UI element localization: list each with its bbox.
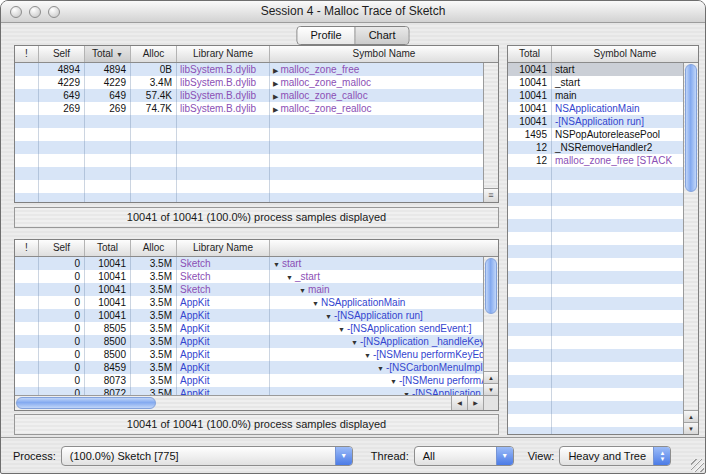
table-row[interactable]: 085053.5MAppKit▼-[NSApplication sendEven…: [15, 322, 483, 335]
cell-self: 0: [39, 270, 85, 283]
cell-symbol: [270, 141, 483, 154]
cell-self: 0: [39, 361, 85, 374]
table-row[interactable]: 084593.5MAppKit▼-[NSCarbonMenuImpl perfo…: [15, 361, 483, 374]
empty-row: [15, 193, 483, 202]
column-header-self[interactable]: Self: [39, 46, 85, 62]
cell-alloc: 3.5M: [131, 309, 177, 322]
top-vertical-scrollbar[interactable]: ≡: [483, 63, 498, 202]
cell-total: [508, 323, 552, 336]
cell-alloc: 3.5M: [131, 322, 177, 335]
scroll-left-button[interactable]: ◀: [451, 396, 467, 410]
scroll-thumb[interactable]: [16, 397, 156, 409]
cell-symbol: NSPopAutoreleasePool: [552, 128, 683, 141]
column-header-library[interactable]: Library Name: [177, 46, 270, 62]
table-row[interactable]: 12malloc_zone_free [STACK: [508, 154, 683, 167]
scroll-right-button[interactable]: ▶: [467, 396, 483, 410]
cell-library: [177, 180, 270, 193]
empty-row: [508, 401, 683, 414]
scroll-up-button[interactable]: ▲: [684, 410, 698, 422]
column-header-total[interactable]: Total▼: [85, 46, 131, 62]
cell-library: AppKit: [177, 387, 270, 395]
table-row[interactable]: 10041NSApplicationMain: [508, 102, 683, 115]
cell-symbol: [270, 128, 483, 141]
scroll-down-button[interactable]: ▼: [484, 383, 498, 395]
column-header-alloc[interactable]: Alloc: [131, 240, 177, 256]
column-header-self[interactable]: Self: [39, 240, 85, 256]
empty-row: [508, 284, 683, 297]
table-row[interactable]: 0100413.5MAppKit▼-[NSApplication run]: [15, 309, 483, 322]
table-row[interactable]: 0100413.5MSketch▼_start: [15, 270, 483, 283]
tab-chart[interactable]: Chart: [355, 27, 409, 44]
empty-row: [508, 258, 683, 271]
table-row[interactable]: 10041-[NSApplication run]: [508, 115, 683, 128]
scroll-down-button[interactable]: ▼: [684, 422, 698, 434]
cell-total: 4229: [85, 76, 131, 89]
title-bar[interactable]: Session 4 - Malloc Trace of Sketch: [1, 1, 705, 23]
table-row[interactable]: 085003.5MAppKit▼-[NSMenu performKeyEquiv…: [15, 348, 483, 361]
cell-self: [39, 115, 85, 128]
cell-library: libSystem.B.dylib: [177, 76, 270, 89]
cell-symbol: [270, 193, 483, 202]
scroll-up-button[interactable]: ▲: [484, 371, 498, 383]
cell-symbol: [270, 167, 483, 180]
empty-row: [508, 414, 683, 427]
table-row[interactable]: 0100413.5MAppKit▼NSApplicationMain: [15, 296, 483, 309]
table-row[interactable]: 64964957.4KlibSystem.B.dylib▶malloc_zone…: [15, 89, 483, 102]
process-popup[interactable]: (100.0%) Sketch [775] ▼: [61, 446, 353, 466]
column-header-alloc[interactable]: Alloc: [131, 46, 177, 62]
table-row[interactable]: 26926974.7KlibSystem.B.dylib▶malloc_zone…: [15, 102, 483, 115]
column-header-library[interactable]: Library Name: [177, 240, 270, 256]
table-row[interactable]: 080733.5MAppKit▼-[NSMenu performActionFo…: [15, 374, 483, 387]
cell-total: [508, 427, 552, 434]
scroll-thumb[interactable]: [485, 258, 497, 314]
table-row[interactable]: 10041main: [508, 89, 683, 102]
cell-total: 4894: [85, 63, 131, 76]
scroll-track[interactable]: [15, 396, 451, 410]
table-row[interactable]: 422942293.4MlibSystem.B.dylib▶malloc_zon…: [15, 76, 483, 89]
column-header-symbol[interactable]: Symbol Name: [270, 46, 498, 62]
column-header-symbol[interactable]: Symbol Name: [552, 46, 698, 62]
column-header-flag[interactable]: !: [15, 240, 39, 256]
table-row[interactable]: 0100413.5MSketch▼start: [15, 257, 483, 270]
close-button[interactable]: [10, 6, 22, 18]
symbol-name: -[NSApplication sendAction:to:fr: [412, 388, 483, 395]
table-row[interactable]: 12_NSRemoveHandler2: [508, 141, 683, 154]
column-header-total[interactable]: Total: [508, 46, 552, 62]
empty-row: [15, 167, 483, 180]
cell-symbol: [552, 180, 683, 193]
table-row[interactable]: 10041start: [508, 63, 683, 76]
right-vertical-scrollbar[interactable]: ▲ ▼: [683, 63, 698, 434]
cell-total: 269: [85, 102, 131, 115]
disclosure-open-icon: ▼: [325, 313, 332, 320]
table-row[interactable]: 489448940BlibSystem.B.dylib▶malloc_zone_…: [15, 63, 483, 76]
table-row[interactable]: 080723.5MAppKit▼-[NSApplication sendActi…: [15, 387, 483, 395]
column-header-total[interactable]: Total: [85, 240, 131, 256]
disclosure-closed-icon: ▶: [273, 67, 278, 74]
resize-grip[interactable]: [691, 459, 704, 472]
bottom-vertical-scrollbar[interactable]: ▲ ▼: [483, 257, 498, 395]
cell-flag: [15, 361, 39, 374]
cell-library: AppKit: [177, 322, 270, 335]
right-table-header: Total Symbol Name: [508, 46, 698, 63]
bottom-horizontal-scrollbar[interactable]: ◀ ▶: [15, 395, 498, 410]
view-popup[interactable]: Heavy and Tree ▲▼: [559, 446, 671, 466]
column-header-symbol[interactable]: [270, 240, 498, 256]
table-row[interactable]: 0100413.5MSketch▼main: [15, 283, 483, 296]
zoom-button[interactable]: [48, 6, 60, 18]
cell-self: 0: [39, 335, 85, 348]
minimize-button[interactable]: [29, 6, 41, 18]
tab-profile[interactable]: Profile: [297, 27, 354, 44]
table-row[interactable]: 1495NSPopAutoreleasePool: [508, 128, 683, 141]
cell-flag: [15, 193, 39, 202]
cell-flag: [15, 322, 39, 335]
table-row[interactable]: 10041_start: [508, 76, 683, 89]
view-tabs: Profile Chart: [296, 26, 409, 45]
cell-total: [508, 414, 552, 427]
table-row[interactable]: 085003.5MAppKit▼-[NSApplication _handleK…: [15, 335, 483, 348]
window-controls: [10, 6, 60, 18]
scroll-thumb[interactable]: [685, 64, 697, 192]
cell-alloc: 3.5M: [131, 296, 177, 309]
cell-symbol: [552, 258, 683, 271]
thread-popup[interactable]: All ▼: [414, 446, 514, 466]
column-header-flag[interactable]: !: [15, 46, 39, 62]
